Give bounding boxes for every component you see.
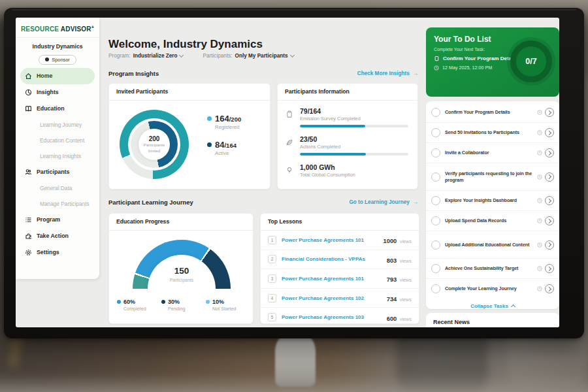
sidebar-item-participants[interactable]: Participants	[16, 164, 99, 180]
legend-dot	[161, 300, 165, 304]
chevron-up-icon	[511, 304, 515, 308]
sidebar-item-general-data[interactable]: General Data	[16, 180, 99, 196]
legend-item-pending: 30% Pending	[161, 299, 206, 312]
sidebar-item-insights[interactable]: Insights	[16, 84, 99, 101]
legend-label: Pending	[168, 306, 206, 312]
task-checkbox[interactable]	[431, 148, 440, 157]
book-icon	[25, 105, 32, 112]
sidebar-item-learning-insights[interactable]: Learning Insights	[16, 148, 99, 164]
gear-icon	[25, 249, 32, 256]
stat-label: Total Global Consumption	[300, 172, 408, 178]
collapse-label: Collapse Tasks	[470, 303, 508, 309]
chevron-right-icon	[547, 218, 551, 223]
task-checkbox[interactable]	[431, 128, 440, 137]
go-to-learning-journey-link[interactable]: Go to Learning Journey →	[349, 199, 418, 205]
stat-row-survey: 79/164 Emission Survey Completed	[286, 107, 408, 127]
task-checkbox[interactable]	[431, 172, 440, 182]
sidebar-subitem-label: Learning Journey	[40, 122, 82, 128]
photo-scene: { "brand": {"primary": "RESOURCE", "seco…	[0, 0, 588, 392]
task-open-button[interactable]	[545, 172, 554, 182]
legend-item-registered: 164/200 Registered	[207, 114, 241, 130]
task-open-button[interactable]	[545, 264, 554, 273]
gauge-center-value: 150	[133, 266, 231, 276]
arrow-right-icon: →	[413, 71, 418, 76]
task-checkbox[interactable]	[431, 264, 440, 273]
dashboard-screen: RESOURCE ADVISOR+ Industry Dynamics Spon…	[16, 18, 559, 327]
sidebar-item-settings[interactable]: Settings	[16, 244, 99, 261]
task-open-button[interactable]	[545, 128, 554, 137]
gauge-legend: 60% Completed 30% Pending 10% Not Starte…	[117, 299, 250, 312]
clock-icon	[537, 266, 542, 271]
sidebar-item-label: Participants	[37, 169, 69, 175]
chevron-right-icon	[547, 242, 551, 247]
sidebar-item-education[interactable]: Education	[16, 101, 99, 117]
lesson-link[interactable]: Power Purchase Agreements 102	[282, 295, 387, 301]
donut-center-label-2: Invited	[148, 148, 160, 154]
lesson-link[interactable]: Power Purchase Agreements 103	[282, 314, 387, 320]
sidebar-item-education-content[interactable]: Education Content	[16, 133, 99, 148]
views: 793 views	[387, 272, 412, 284]
leaf-icon	[286, 137, 293, 149]
participants-value: Only My Participants	[235, 53, 288, 59]
lesson-link[interactable]: Financial Considerations - VPPAs	[282, 256, 387, 262]
task-label: Complete Your Learning Journey	[445, 286, 534, 291]
task-row: Confirm Your Program Details	[426, 103, 559, 123]
link-label: Go to Learning Journey	[349, 199, 409, 205]
chevron-right-icon	[547, 110, 551, 114]
collapse-tasks-link[interactable]: Collapse Tasks	[426, 299, 559, 313]
task-open-button[interactable]	[545, 108, 554, 117]
recent-news-title: Recent News	[433, 319, 470, 325]
check-more-insights-link[interactable]: Check More Insights →	[357, 71, 418, 76]
lesson-link[interactable]: Power Purchase Agreements 101	[282, 276, 387, 282]
brand-secondary: ADVISOR	[61, 25, 91, 33]
sidebar-item-label: Take Action	[37, 233, 69, 239]
sidebar-item-program[interactable]: Program	[16, 212, 99, 228]
invited-participants-card: Invited Participants 200 Participants In…	[108, 83, 270, 189]
chevron-down-icon	[179, 53, 184, 57]
legend-label: Registered	[215, 124, 241, 130]
task-open-button[interactable]	[545, 240, 554, 250]
donut-center-label-1: Participants	[144, 142, 165, 148]
arrow-right-icon: →	[413, 199, 418, 205]
task-label: Upload Spend Data Records	[445, 218, 534, 223]
sponsor-badge[interactable]: Sponsor	[39, 55, 76, 65]
list-icon	[25, 216, 32, 223]
views: 734 views	[387, 292, 412, 304]
task-checkbox[interactable]	[431, 108, 440, 117]
learning-journey-header: Participant Learning Journey Go to Learn…	[108, 199, 418, 206]
chevron-right-icon	[547, 266, 551, 270]
stat-label: Emission Survey Completed	[300, 116, 408, 122]
task-label: Confirm Your Program Details	[445, 109, 534, 115]
program-dropdown[interactable]: Program: Industrialize Zero	[108, 53, 183, 59]
rank-badge: 3	[268, 274, 276, 283]
lesson-link[interactable]: Power Purchase Agreements 101	[282, 237, 384, 243]
card-title: Education Progress	[109, 214, 253, 231]
sidebar-item-manage-participants[interactable]: Manage Participants	[16, 196, 99, 212]
views: 803 views	[387, 253, 412, 265]
sidebar-item-learning-journey[interactable]: Learning Journey	[16, 117, 99, 133]
progress-fill	[300, 125, 365, 127]
participants-dropdown[interactable]: Participants: Only My Participants	[203, 53, 293, 59]
task-row: Achieve One Sustainability Target	[426, 259, 559, 279]
task-label: Upload Additional Educational Content	[445, 242, 534, 248]
task-open-button[interactable]	[545, 216, 554, 225]
task-open-button[interactable]	[545, 284, 554, 293]
card-title: Top Lessons	[261, 214, 419, 231]
task-open-button[interactable]	[545, 196, 554, 205]
sidebar-item-label: Insights	[37, 89, 59, 95]
task-checkbox[interactable]	[431, 196, 440, 205]
legend-dot	[117, 300, 121, 304]
card-title: Invited Participants	[109, 84, 270, 101]
task-checkbox[interactable]	[431, 284, 440, 293]
task-open-button[interactable]	[545, 148, 554, 157]
sidebar-item-take-action[interactable]: Take Action	[16, 228, 99, 244]
education-progress-card: Education Progress 150 Participants 60% …	[108, 213, 253, 324]
legend-pct: 60%	[123, 299, 135, 305]
task-checkbox[interactable]	[431, 216, 440, 225]
task-checkbox[interactable]	[431, 240, 440, 250]
program-insights-header: Program Insights Check More Insights →	[108, 70, 418, 77]
sidebar-item-home[interactable]: Home	[20, 68, 95, 84]
sidebar-nav: Home Insights Education Learning Journey…	[16, 68, 99, 261]
home-icon	[25, 73, 32, 80]
stat-value: 79/164	[300, 107, 408, 115]
